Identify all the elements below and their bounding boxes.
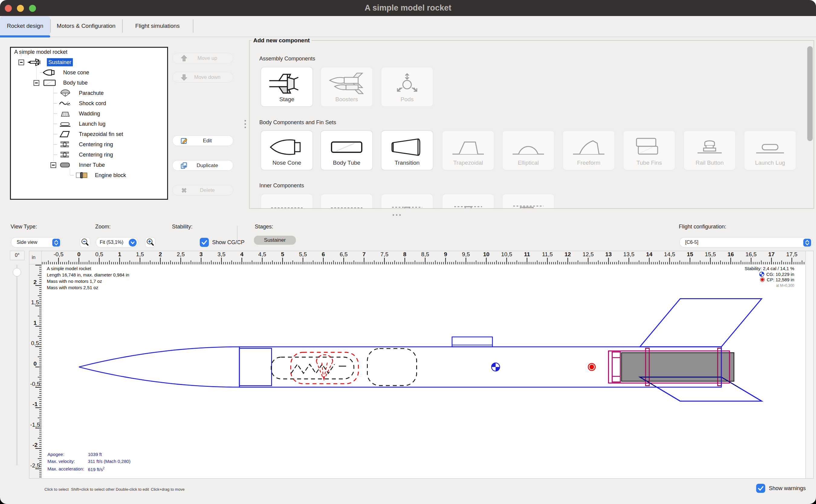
zoom-out-icon xyxy=(80,237,89,247)
ruler-unit-cell: in xyxy=(29,251,42,264)
duplicate-button[interactable]: Duplicate xyxy=(172,160,233,171)
rotation-slider-track xyxy=(16,265,18,465)
scrollbar-thumb[interactable] xyxy=(807,46,813,141)
tree-item-wadding[interactable]: Wadding xyxy=(11,108,167,119)
view-scrollbar-track[interactable] xyxy=(805,251,813,478)
view-type-value: Side view xyxy=(17,237,37,247)
status-hint: Click+drag to move xyxy=(151,486,185,493)
zoom-select[interactable]: Fit (53,1%) xyxy=(96,237,138,247)
add-nose-cone-button[interactable]: Nose Cone xyxy=(261,130,313,170)
add-coupler-button[interactable] xyxy=(261,194,313,208)
card-label: Tube Fins xyxy=(623,160,675,166)
add-inner-tube-big-button[interactable] xyxy=(320,194,373,208)
add-freeform-button[interactable]: Freeform xyxy=(562,130,615,170)
zoom-in-button[interactable] xyxy=(145,237,155,247)
svg-text:13,5: 13,5 xyxy=(623,251,634,257)
card-label: Launch Lug xyxy=(744,160,796,166)
check-icon xyxy=(200,238,209,247)
svg-text:0,5: 0,5 xyxy=(31,340,39,346)
add-tube-fins-button[interactable]: Tube Fins xyxy=(623,130,675,170)
tab-motors-configuration[interactable]: Motors & Configuration xyxy=(50,16,122,36)
add-transition-button[interactable]: Transition xyxy=(381,130,433,170)
zoom-out-button[interactable] xyxy=(80,237,90,247)
card-label: Pods xyxy=(381,96,433,103)
add-centering-ring-big-button[interactable] xyxy=(381,194,433,208)
view-type-select[interactable]: Side view xyxy=(11,237,62,247)
move-up-button[interactable]: Move up xyxy=(172,53,233,63)
tree-collapse-icon[interactable] xyxy=(18,60,24,65)
move-down-button[interactable]: Move down xyxy=(172,72,233,82)
check-icon xyxy=(756,484,765,493)
svg-text:5,5: 5,5 xyxy=(299,251,307,257)
rocket-canvas[interactable]: A simple model rocketLength 16,748 in, m… xyxy=(42,264,806,478)
tab-flight-simulations[interactable]: Flight simulations xyxy=(122,16,193,36)
edit-button[interactable]: Edit xyxy=(172,135,233,146)
svg-text:3: 3 xyxy=(199,251,203,257)
svg-text:1,5: 1,5 xyxy=(31,299,39,305)
tree-item-label: Shock cord xyxy=(79,100,106,107)
tree-item-sustainer[interactable]: Sustainer xyxy=(11,57,167,67)
tree-item-centering-ring[interactable]: Centering ring xyxy=(11,139,167,150)
centering-ring-icon xyxy=(58,141,72,150)
delete-button[interactable]: Delete xyxy=(172,185,233,195)
show-cgcp-checkbox[interactable] xyxy=(200,238,209,247)
tree-item-centering-ring[interactable]: Centering ring xyxy=(11,150,167,160)
status-hint: Double-click to edit xyxy=(116,486,149,493)
add-bulkhead-button[interactable] xyxy=(442,194,494,208)
tree-item-label: Centering ring xyxy=(79,141,113,148)
flight-config-select[interactable]: [C6-5] xyxy=(679,237,813,247)
svg-text:14: 14 xyxy=(646,251,653,257)
rotation-slider-handle[interactable] xyxy=(13,268,21,276)
stepper-icon xyxy=(52,239,60,247)
svg-text:-2: -2 xyxy=(33,442,38,448)
svg-text:16,5: 16,5 xyxy=(746,251,757,257)
stage-toggle-sustainer[interactable]: Sustainer xyxy=(254,236,296,245)
body-tube-icon xyxy=(43,79,57,88)
button-label: Duplicate xyxy=(182,160,233,170)
add-trapezoidal-button[interactable]: Trapezoidal xyxy=(442,130,494,170)
svg-text:11,5: 11,5 xyxy=(542,251,553,257)
tree-root-item[interactable]: A simple model rocket xyxy=(11,47,167,57)
rocket-view-panel: in -0,500,511,522,533,544,555,566,577,58… xyxy=(29,251,814,479)
tree-item-nose-cone[interactable]: Nose cone xyxy=(11,67,167,78)
zoom-value: Fit (53,1%) xyxy=(100,237,123,247)
fin-freeform-icon xyxy=(571,135,607,159)
coupler-icon xyxy=(269,199,305,208)
tab-bar: Rocket design Motors & Configuration Fli… xyxy=(0,16,816,37)
svg-text:16: 16 xyxy=(727,251,734,257)
add-stage-button[interactable]: Stage xyxy=(261,67,313,107)
show-warnings-checkbox[interactable] xyxy=(756,484,765,493)
card-label: Nose Cone xyxy=(261,160,312,166)
tree-item-inner-tube[interactable]: Inner Tube xyxy=(11,160,167,170)
add-elliptical-button[interactable]: Elliptical xyxy=(502,130,555,170)
add-pods-button[interactable]: Pods xyxy=(381,67,433,107)
tree-item-parachute[interactable]: Parachute xyxy=(11,88,167,98)
add-engine-block-big-button[interactable] xyxy=(502,194,555,208)
svg-text:10: 10 xyxy=(483,251,489,257)
tree-collapse-icon[interactable] xyxy=(50,162,56,168)
tree-item-label: Sustainer xyxy=(47,58,73,66)
add-body-tube-button[interactable]: Body Tube xyxy=(320,130,373,170)
tree-item-label: Nose cone xyxy=(63,69,89,76)
tube-fins-icon xyxy=(631,135,667,159)
add-rail-button-button[interactable]: Rail Button xyxy=(683,130,736,170)
add-boosters-button[interactable]: Boosters xyxy=(320,67,373,107)
tree-item-trapezoidal-fin-set[interactable]: Trapezoidal fin set xyxy=(11,129,167,139)
svg-text:-2,5: -2,5 xyxy=(30,462,40,469)
component-tree[interactable]: A simple model rocketSustainerNose coneB… xyxy=(10,47,168,200)
tree-collapse-icon[interactable] xyxy=(34,80,39,86)
card-label: Stage xyxy=(261,96,312,103)
button-label: Move down xyxy=(182,72,233,82)
view-type-label: View Type: xyxy=(11,223,37,230)
tree-item-label: Trapezoidal fin set xyxy=(79,131,123,137)
tree-item-shock-cord[interactable]: Shock cord xyxy=(11,98,167,108)
svg-text:3,5: 3,5 xyxy=(218,251,225,257)
tree-item-body-tube[interactable]: Body tube xyxy=(11,78,167,88)
tree-item-launch-lug[interactable]: Launch lug xyxy=(11,119,167,129)
section-label: Body Components and Fin Sets xyxy=(259,119,336,126)
tree-item-engine-block[interactable]: Engine block xyxy=(11,170,167,180)
show-cgcp-label: Show CG/CP xyxy=(212,239,244,246)
tree-item-label: Centering ring xyxy=(79,152,113,158)
tab-rocket-design[interactable]: Rocket design xyxy=(0,16,50,36)
add-launch-lug-button[interactable]: Launch Lug xyxy=(744,130,796,170)
